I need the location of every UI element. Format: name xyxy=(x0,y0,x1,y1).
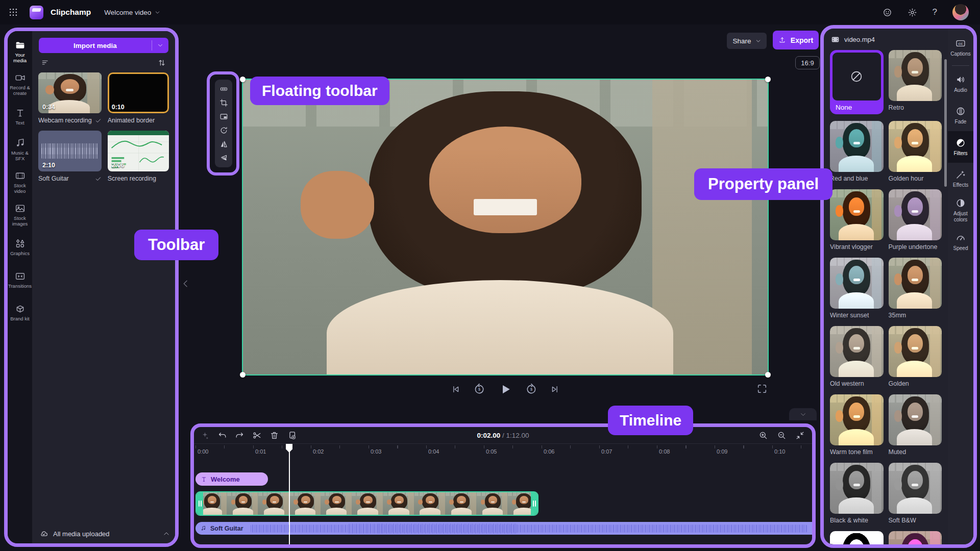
adjust-colors-icon xyxy=(955,198,966,208)
filter-option-purple-undertone[interactable]: Purple undertone xyxy=(889,189,942,251)
filter-option-winter-sunset[interactable]: Winter sunset xyxy=(830,258,884,319)
back-5-seconds-button[interactable]: 5 xyxy=(473,383,485,395)
effects-icon xyxy=(955,169,966,180)
upload-status: All media uploaded xyxy=(39,529,170,538)
panel-tab-captions[interactable]: CCCaptions xyxy=(948,32,973,63)
text-clip-welcome[interactable]: Welcome xyxy=(195,472,268,486)
redo-button[interactable] xyxy=(235,431,244,440)
panel-tab-audio[interactable]: Audio xyxy=(948,68,973,99)
panel-tab-fade[interactable]: Fade xyxy=(948,99,973,131)
filter-option-35mm[interactable]: 35mm xyxy=(889,258,942,319)
import-media-button[interactable]: Import media xyxy=(39,38,152,53)
resize-handle-top-right[interactable] xyxy=(765,77,771,82)
panel-tab-effects[interactable]: Effects xyxy=(948,163,973,194)
delete-button[interactable] xyxy=(270,431,279,440)
media-item-name: Screen recording xyxy=(108,175,169,182)
undo-button[interactable] xyxy=(217,431,227,440)
sidebar-item-transitions[interactable]: Transitions xyxy=(8,264,32,296)
audio-clip-soft-guitar[interactable]: Soft Guitar xyxy=(195,522,812,535)
sort-media-icon[interactable] xyxy=(157,58,166,67)
trim-handle-right[interactable] xyxy=(531,492,537,515)
filter-option-golden[interactable]: Golden xyxy=(889,326,942,388)
project-name-menu[interactable]: Welcome video xyxy=(104,9,160,16)
collapse-preview-tab[interactable] xyxy=(789,408,817,420)
media-item-animated-border[interactable]: 0:10Animated border xyxy=(108,72,169,126)
video-clip[interactable] xyxy=(195,491,538,516)
add-to-timeline-button[interactable] xyxy=(287,431,297,440)
filter-option-red-and-blue[interactable]: Red and blue xyxy=(830,121,884,183)
chevron-up-icon[interactable] xyxy=(163,530,170,537)
media-item-soft-guitar[interactable]: 2:10Soft Guitar xyxy=(38,131,102,184)
panel-scrollbar[interactable] xyxy=(944,59,947,187)
media-item-webcam-recording[interactable]: 0:34Webcam recording xyxy=(38,72,102,126)
resize-handle-bottom-right[interactable] xyxy=(765,372,771,378)
resize-button[interactable] xyxy=(219,85,228,93)
filter-option-none[interactable]: None xyxy=(830,50,884,114)
fit-timeline-button[interactable] xyxy=(795,431,805,440)
panel-tab-adjust-colors[interactable]: Adjust colors xyxy=(948,194,973,226)
filter-option-golden-hour[interactable]: Golden hour xyxy=(889,121,942,183)
sidebar-item-stock-images[interactable]: Stock images xyxy=(8,198,32,231)
audio-waveform-peak xyxy=(349,523,517,534)
magic-wand-button[interactable] xyxy=(200,431,210,440)
audio-waveform xyxy=(41,148,99,155)
zoom-in-button[interactable] xyxy=(758,431,768,440)
filter-option-black-white[interactable]: Black & white xyxy=(830,463,884,524)
clipchamp-logo xyxy=(30,6,43,19)
sidebar-item-text[interactable]: Text xyxy=(8,101,32,133)
filter-label: Winter sunset xyxy=(830,312,884,319)
skip-start-button[interactable] xyxy=(451,384,461,394)
waffle-icon[interactable] xyxy=(8,7,18,17)
aspect-ratio-badge[interactable]: 16:9 xyxy=(795,56,820,69)
panel-tab-label: Fade xyxy=(948,119,973,125)
play-button[interactable] xyxy=(498,382,513,397)
export-button[interactable]: Export xyxy=(773,31,819,49)
filter-thumbnail xyxy=(830,394,884,445)
import-options-chevron-icon[interactable] xyxy=(152,38,168,53)
flip-horizontal-button[interactable] xyxy=(219,140,228,148)
help-icon[interactable]: ? xyxy=(933,7,937,17)
zoom-out-button[interactable] xyxy=(777,431,787,440)
sidebar-item-your-media[interactable]: Your media xyxy=(8,35,32,68)
filter-option-unnamed-15[interactable] xyxy=(889,531,942,548)
collapse-panel-chevron-left-icon[interactable] xyxy=(181,279,191,289)
rotate-button[interactable] xyxy=(219,126,228,135)
trim-handle-left[interactable] xyxy=(197,492,203,515)
feedback-smiley-icon[interactable] xyxy=(883,8,892,17)
video-preview[interactable] xyxy=(242,79,769,375)
scissors-button[interactable] xyxy=(252,431,262,440)
panel-tab-filters[interactable]: Filters xyxy=(948,131,973,163)
filter-option-retro[interactable]: Retro xyxy=(889,50,942,114)
media-item-screen-recording[interactable]: 2:06Screen recording xyxy=(108,131,169,184)
flip-vertical-button[interactable] xyxy=(219,154,228,162)
sidebar-item-brand-kit[interactable]: Brand kit xyxy=(8,296,32,329)
share-button[interactable]: Share xyxy=(727,33,767,49)
filter-media-icon[interactable] xyxy=(41,58,50,67)
media-duration-badge: 2:10 xyxy=(42,162,55,169)
clip-frame-thumbnail xyxy=(415,492,446,515)
sidebar-item-label: Stock images xyxy=(8,216,32,227)
forward-5-seconds-button[interactable]: 5 xyxy=(525,383,537,395)
filter-option-vibrant-vlogger[interactable]: Vibrant vlogger xyxy=(830,189,884,251)
resize-handle-bottom-left[interactable] xyxy=(240,372,246,378)
user-avatar[interactable] xyxy=(952,4,969,20)
skip-end-button[interactable] xyxy=(550,384,560,394)
sidebar-item-graphics[interactable]: Graphics xyxy=(8,231,32,264)
sidebar-item-music-sfx[interactable]: Music & SFX xyxy=(8,133,32,166)
filter-option-muted[interactable]: Muted xyxy=(889,394,942,456)
fullscreen-icon[interactable] xyxy=(756,383,768,394)
settings-gear-icon[interactable] xyxy=(908,8,917,17)
panel-tab-speed[interactable]: Speed xyxy=(948,226,973,258)
filter-label: Red and blue xyxy=(830,175,884,183)
resize-handle-top-left[interactable] xyxy=(240,77,246,82)
sidebar-item-stock-video[interactable]: Stock video xyxy=(8,166,32,198)
picture-in-picture-button[interactable] xyxy=(219,112,228,121)
filter-option-old-western[interactable]: Old western xyxy=(830,326,884,388)
crop-button[interactable] xyxy=(219,98,228,107)
filter-option-warm-tone-film[interactable]: Warm tone film xyxy=(830,394,884,456)
resize-icon xyxy=(219,85,228,93)
filter-option-soft-b-w[interactable]: Soft B&W xyxy=(889,463,942,524)
sidebar-item-record-create[interactable]: Record & create xyxy=(8,68,32,101)
filter-option-unnamed-14[interactable] xyxy=(830,531,884,548)
current-time: 0:02.00 xyxy=(477,432,500,439)
